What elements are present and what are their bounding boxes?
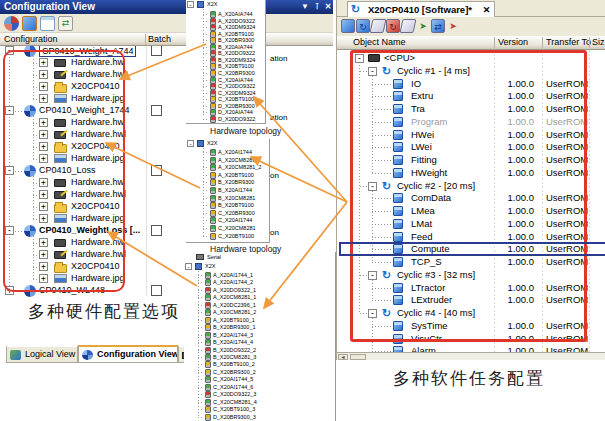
paste-red-icon[interactable]: ➤ (446, 19, 460, 33)
software-task-caption: 多种软件任务配置 (393, 367, 545, 390)
copy-blue-icon[interactable]: ⇄ (431, 19, 445, 33)
module-label: B_X20AI1744_3 (213, 332, 253, 338)
software-icon: ↻ (351, 4, 360, 15)
export-icon[interactable]: ⇄ (58, 16, 73, 31)
panel-title: Configuration View (4, 1, 95, 12)
description-fragment: on (270, 228, 279, 237)
hardware-topology-popup-3: Serial-X2XA_X20AI1744_1A_X20AI1744_2A_X2… (184, 252, 336, 421)
module-label: B_X20AI1744 (218, 187, 252, 193)
annotation-red-box-right (350, 50, 587, 342)
module-icon (205, 369, 211, 376)
transfer-red-icon[interactable]: ↻ (386, 19, 400, 33)
module-label: C_X20DO9322_3 (213, 391, 256, 397)
configuration-view-icon (82, 350, 93, 360)
module-label: A_X20CM8281_1 (213, 294, 256, 300)
module-icon (210, 149, 216, 156)
module-icon (205, 406, 211, 413)
column-version[interactable]: Version (498, 37, 528, 47)
module-icon (210, 217, 216, 224)
module-label: B_X20BT9100_2 (213, 361, 255, 367)
hardware-topology-popup-2: -X2XA_X20AI1744A_X20CM8281_1A_X20CM8281_… (186, 139, 270, 243)
column-settings-icon[interactable] (40, 16, 55, 31)
module-label: B_X20AI1744_4 (213, 339, 253, 345)
column-size[interactable]: Siz (592, 37, 605, 47)
module-label: A_X20AI1744 (218, 149, 252, 155)
module-label: B_X20DO9322_2 (213, 347, 256, 353)
module-icon (205, 294, 211, 301)
module-label: A_X20AIA744 (218, 11, 253, 17)
module-icon (205, 361, 211, 368)
module-label: C_X20AI1744_6 (213, 384, 253, 390)
batch-checkbox[interactable] (151, 46, 162, 56)
x2x-icon (197, 140, 204, 147)
description-fragment: on (270, 171, 279, 180)
column-batch[interactable]: Batch (148, 34, 171, 44)
module-label: A_X20DM9324 (218, 24, 255, 30)
module-label: C_X20CM8281 (218, 225, 256, 231)
eraser2-icon[interactable] (400, 19, 417, 33)
hardware-topology-caption-2: Hardware topology (210, 244, 281, 254)
module-icon (210, 233, 216, 240)
task-row[interactable]: Alarm1.00.0UserROM (337, 345, 605, 352)
module-label: A_X20AI1744_1 (213, 272, 253, 278)
expander-icon[interactable]: - (187, 1, 194, 8)
module-label: C_X20DO9322 (218, 83, 255, 89)
task-version: 1.00.0 (498, 345, 534, 352)
module-icon (210, 172, 216, 179)
module-icon (205, 384, 211, 391)
screenshot-canvas: Configuration View ▼ ⊺ ✕ ⇄ Configuration… (0, 0, 605, 421)
insert-module-icon[interactable] (22, 16, 37, 31)
batch-checkbox[interactable] (151, 165, 162, 176)
module-label: D_X20BR9300 (218, 103, 255, 109)
batch-checkbox[interactable] (151, 105, 162, 116)
module-label: A_X20DO9322_1 (213, 287, 256, 293)
description-fragment: ation (270, 54, 287, 63)
scroll-left-icon[interactable]: ◄ (338, 354, 348, 360)
module-icon (210, 202, 216, 209)
module-icon (210, 11, 216, 18)
module-icon (205, 309, 211, 316)
package-icon[interactable] (341, 19, 355, 33)
column-object-name[interactable]: Object Name (353, 37, 406, 47)
module-icon (205, 339, 211, 346)
module-label: A_X20BT9100 (218, 31, 254, 37)
configuration-manager-icon[interactable] (4, 16, 19, 31)
module-icon (205, 376, 211, 383)
task-transfer: UserROM (546, 345, 588, 352)
module-label: C_X20BR9300 (218, 210, 255, 216)
logical-view-icon (10, 350, 21, 360)
hardware-topology-popup-1: -X2XA_X20AIA744A_X20DO9322A_X20DM9324A_X… (186, 0, 266, 124)
serial-label: Serial (207, 254, 221, 260)
column-transfer-to[interactable]: Transfer To (546, 37, 591, 47)
eraser-icon[interactable] (370, 19, 387, 33)
module-label: A_X20BT9100 (218, 172, 254, 178)
module-icon (205, 391, 211, 398)
module-label: A_X20DO9322 (218, 18, 255, 24)
expander-icon[interactable]: - (185, 263, 192, 270)
module-label: A_X20BT9100_1 (213, 317, 255, 323)
horizontal-scrollbar[interactable]: ◄ (337, 352, 605, 360)
module-icon (205, 347, 211, 354)
tab-configuration-view[interactable]: Configuration View (78, 345, 178, 363)
paste-green-icon[interactable]: ➤ (416, 19, 430, 33)
tab-close-icon[interactable]: ✕ (483, 5, 491, 15)
module-icon (210, 116, 216, 123)
x2x-icon (195, 263, 202, 270)
batch-checkbox[interactable] (151, 225, 162, 236)
x2x-label: X2X (205, 263, 215, 269)
selection-outline-compute-row (339, 242, 605, 256)
transfer-icon[interactable]: ↻ (356, 19, 370, 33)
close-icon[interactable]: ✕ (322, 1, 334, 12)
hardware-config-caption: 多种硬件配置选项 (28, 300, 180, 323)
x2x-label: X2X (207, 1, 217, 7)
module-label: B_X20DO9322 (218, 50, 255, 56)
chevron-down-icon[interactable]: ▼ (299, 1, 311, 12)
tab-logical-view[interactable]: Logical View (6, 345, 78, 363)
module-icon (210, 70, 216, 77)
column-configuration[interactable]: Configuration (4, 34, 58, 44)
scroll-thumb[interactable] (350, 354, 366, 360)
batch-checkbox[interactable] (151, 285, 162, 296)
expander-icon[interactable]: - (187, 140, 194, 147)
module-label: C_X20CM8281_4 (213, 399, 257, 405)
tab-x20cp0410-software[interactable]: ↻ X20CP0410 [Software]* ✕ (347, 1, 495, 17)
